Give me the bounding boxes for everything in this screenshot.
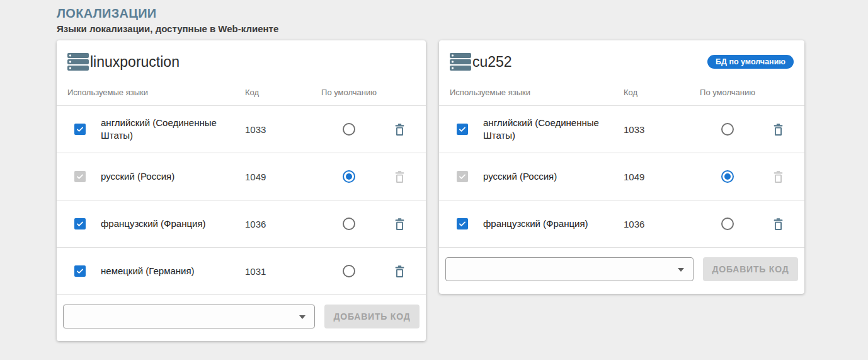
db-name: cu252 [472,53,512,71]
add-language-select[interactable] [63,305,315,328]
column-languages: Используемые языки [450,88,624,97]
language-code: 1036 [624,219,693,229]
language-row: английский (Соединенные Штаты) 1033 [57,106,426,153]
delete-language-icon[interactable] [394,123,406,136]
language-code: 1031 [245,266,314,277]
db-name: linuxporuction [90,53,180,71]
add-code-button[interactable]: ДОБАВИТЬ КОД [703,257,798,281]
page-subtitle: Языки локализации, доступные в Web-клиен… [57,23,868,35]
language-code: 1033 [245,124,314,135]
language-checkbox[interactable] [74,265,86,277]
language-label: английский (Соединенные Штаты) [101,117,245,142]
localization-page: ЛОКАЛИЗАЦИИ Языки локализации, доступные… [0,0,868,341]
language-label: французский (Франция) [483,218,624,230]
table-header: Используемые языки Код По умолчанию [439,79,804,106]
language-checkbox [457,171,468,182]
default-language-radio[interactable] [721,170,734,183]
check-icon [458,219,467,228]
delete-language-icon[interactable] [394,265,406,278]
column-default: По умолчанию [693,88,762,97]
check-icon [76,267,84,276]
language-code: 1049 [245,171,314,182]
card-footer: ДОБАВИТЬ КОД [57,295,426,341]
language-row: английский (Соединенные Штаты) 1033 [439,106,804,153]
db-cards-container: linuxporuction БД по умолчанию Используе… [57,40,868,341]
database-icon [67,53,89,71]
language-label: французский (Франция) [101,218,245,230]
card-footer: ДОБАВИТЬ КОД [439,248,804,294]
table-header: Используемые языки Код По умолчанию [57,79,426,106]
card-header: cu252 БД по умолчанию [439,40,804,79]
language-rows: английский (Соединенные Штаты) 1033 русс [57,106,426,295]
language-label: русский (Россия) [101,170,245,183]
language-code: 1036 [245,219,314,229]
column-languages: Используемые языки [67,88,245,97]
default-db-badge: БД по умолчанию [707,55,794,69]
delete-language-icon[interactable] [772,123,784,136]
check-icon [458,125,467,134]
check-icon [458,172,467,181]
default-language-radio[interactable] [721,218,734,230]
chevron-down-icon [299,315,306,319]
language-checkbox[interactable] [74,124,86,135]
column-default: По умолчанию [314,88,384,97]
column-code: Код [245,88,314,97]
language-code: 1049 [624,171,693,182]
check-icon [76,219,84,228]
language-label: немецкий (Германия) [101,265,245,277]
language-checkbox[interactable] [74,218,86,229]
db-card-cu252: cu252 БД по умолчанию Используемые языки… [439,40,804,294]
default-language-radio[interactable] [343,265,355,277]
page-title: ЛОКАЛИЗАЦИИ [57,5,868,22]
default-language-radio[interactable] [343,123,355,136]
language-label: английский (Соединенные Штаты) [483,117,624,142]
language-checkbox [74,171,86,182]
delete-language-icon[interactable] [772,218,784,231]
language-row: французский (Франция) 1036 [439,200,804,248]
language-row: русский (Россия) 1049 [439,153,804,200]
language-row: немецкий (Германия) 1031 [57,248,426,295]
default-language-radio[interactable] [343,170,355,183]
database-icon [450,53,471,71]
language-checkbox[interactable] [457,124,468,135]
delete-language-icon [394,170,406,183]
add-language-select[interactable] [445,257,694,281]
delete-language-icon [772,170,784,183]
language-row: французский (Франция) 1036 [57,200,426,248]
check-icon [76,125,84,134]
default-language-radio[interactable] [721,123,734,136]
check-icon [76,172,84,181]
language-checkbox[interactable] [457,218,468,229]
language-code: 1033 [624,124,693,135]
language-row: русский (Россия) 1049 [57,153,426,200]
delete-language-icon[interactable] [394,218,406,231]
column-code: Код [624,88,693,97]
card-header: linuxporuction БД по умолчанию [57,40,426,79]
language-rows: английский (Соединенные Штаты) 1033 русс [439,106,804,248]
chevron-down-icon [678,268,684,272]
add-code-button[interactable]: ДОБАВИТЬ КОД [324,305,420,328]
language-label: русский (Россия) [483,170,624,183]
default-language-radio[interactable] [343,218,355,230]
db-card-linuxporuction: linuxporuction БД по умолчанию Используе… [57,40,426,341]
